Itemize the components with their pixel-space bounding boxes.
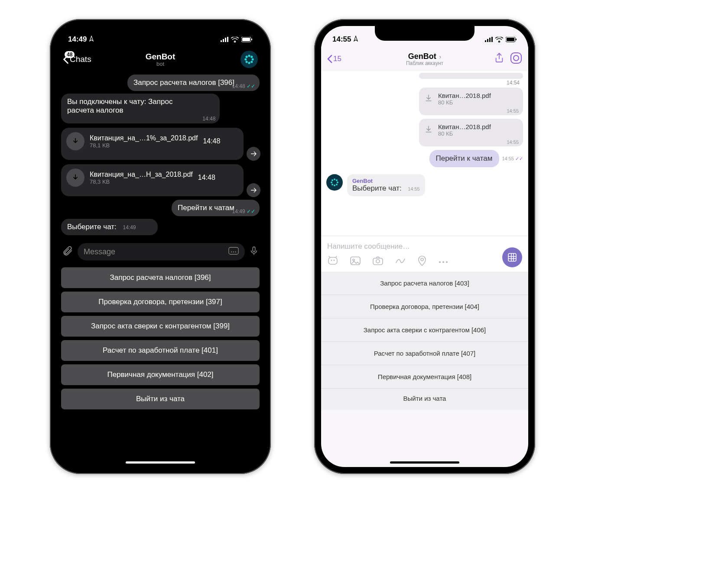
home-indicator[interactable] bbox=[390, 461, 459, 464]
file-name: Квитан…2018.pdf bbox=[438, 123, 491, 130]
message-out[interactable]: Перейти к чатам 14:49 ✓✓ bbox=[172, 200, 260, 216]
file-message[interactable]: Квитанция_на_…Н_за_2018.pdf 78,3 KB 14:4… bbox=[61, 164, 244, 196]
message-placeholder: Message bbox=[84, 247, 115, 256]
notch bbox=[110, 26, 210, 41]
chat-title[interactable]: GenBot bbox=[146, 52, 176, 62]
kb-button[interactable]: Запрос расчета налогов [396] bbox=[61, 267, 260, 288]
back-button[interactable]: 48 Chats bbox=[63, 55, 91, 64]
message-time: 14:55 bbox=[507, 108, 519, 114]
smiley-icon[interactable] bbox=[327, 255, 338, 268]
signal-icon bbox=[221, 37, 228, 42]
download-icon[interactable] bbox=[424, 125, 433, 135]
svg-point-8 bbox=[248, 62, 250, 64]
kb-button[interactable]: Проверка договора, претензии [404] bbox=[321, 295, 528, 318]
kb-button[interactable]: Запрос расчета налогов [403] bbox=[321, 272, 528, 295]
file-size: 78,1 KB bbox=[90, 142, 198, 149]
attach-icon[interactable] bbox=[62, 245, 73, 258]
message-list[interactable]: 14:54 Квитан…2018.pdf 80 КБ 14:55 Квитан… bbox=[321, 71, 528, 236]
signal-icon bbox=[485, 37, 493, 42]
file-size: 78,3 KB bbox=[90, 178, 193, 185]
message-input[interactable]: Message bbox=[78, 243, 245, 260]
more-icon[interactable] bbox=[438, 258, 448, 266]
svg-point-30 bbox=[334, 185, 335, 186]
message-in[interactable]: Вы подключены к чату: Запрос расчета нал… bbox=[61, 94, 220, 123]
svg-rect-27 bbox=[511, 53, 521, 63]
gallery-icon[interactable] bbox=[350, 256, 361, 267]
camera-icon[interactable] bbox=[372, 256, 384, 267]
svg-rect-20 bbox=[485, 40, 486, 42]
sticker-icon[interactable] bbox=[228, 247, 239, 257]
kb-button[interactable]: Проверка договора, претензии [397] bbox=[61, 292, 260, 312]
doodle-icon[interactable] bbox=[395, 256, 406, 267]
chat-subtitle: Паблик аккаунт bbox=[406, 60, 443, 66]
wifi-icon bbox=[231, 37, 239, 42]
svg-point-34 bbox=[336, 179, 338, 181]
back-button[interactable]: 15 bbox=[327, 55, 341, 63]
kb-button[interactable]: Расчет по заработной плате [401] bbox=[61, 340, 260, 361]
message-in[interactable]: GenBot Выберите чат: 14:55 bbox=[347, 174, 425, 196]
kb-button[interactable]: Выйти из чата bbox=[61, 389, 260, 409]
message-time: 14:55 ✓✓ bbox=[502, 156, 523, 162]
message-out[interactable]: Перейти к чатам bbox=[429, 150, 499, 167]
message-text: Вы подключены к чату: Запрос расчета нал… bbox=[67, 97, 172, 114]
avatar[interactable] bbox=[326, 174, 343, 191]
avatar[interactable] bbox=[240, 51, 258, 68]
back-count: 15 bbox=[333, 55, 341, 63]
file-name: Квитанция_на_…Н_за_2018.pdf bbox=[90, 171, 193, 178]
message-input[interactable]: Напишите сообщение… bbox=[327, 240, 522, 255]
message-in[interactable]: Выберите чат: 14:49 bbox=[61, 219, 158, 235]
message-time: 14:55 bbox=[408, 186, 420, 191]
svg-rect-1 bbox=[223, 39, 224, 42]
grid-button[interactable] bbox=[502, 247, 522, 267]
home-indicator[interactable] bbox=[126, 461, 195, 464]
forward-button[interactable] bbox=[247, 183, 260, 197]
svg-rect-25 bbox=[507, 38, 514, 41]
file-name: Квитанция_на_…1%_за_2018.pdf bbox=[90, 134, 198, 142]
sender-name: GenBot bbox=[352, 178, 420, 184]
message-text: Выберите чат: bbox=[67, 223, 117, 231]
message-out[interactable]: Запрос расчета налогов [396] 14:48 ✓✓ bbox=[127, 75, 260, 91]
location-icon[interactable] bbox=[417, 255, 427, 268]
message-list[interactable]: Запрос расчета налогов [396] 14:48 ✓✓ Вы… bbox=[57, 72, 264, 238]
kb-button[interactable]: Расчет по заработной плате [407] bbox=[321, 342, 528, 365]
message-text: Выберите чат: bbox=[352, 184, 402, 192]
kb-button[interactable]: Первичная документация [402] bbox=[61, 364, 260, 385]
message-text: Перейти к чатам bbox=[436, 154, 492, 162]
file-message[interactable]: Квитан…2018.pdf 80 КБ 14:55 bbox=[419, 119, 523, 146]
svg-point-39 bbox=[334, 260, 335, 261]
download-icon[interactable] bbox=[66, 132, 84, 150]
svg-rect-5 bbox=[242, 38, 250, 41]
share-icon[interactable] bbox=[494, 52, 504, 65]
file-message[interactable]: Квитанция_на_…1%_за_2018.pdf 78,1 KB 14:… bbox=[61, 128, 244, 160]
file-message[interactable]: Квитан…2018.pdf 80 КБ 14:55 bbox=[419, 88, 523, 115]
phone-viber: 14:55 15 GenBot › bbox=[314, 19, 535, 474]
mic-icon[interactable] bbox=[249, 245, 259, 258]
download-icon[interactable] bbox=[424, 94, 433, 104]
chevron-right-icon: › bbox=[438, 53, 442, 60]
kb-button[interactable]: Первичная документация [408] bbox=[321, 365, 528, 389]
svg-point-45 bbox=[439, 261, 441, 263]
kb-button[interactable]: Выйти из чата bbox=[321, 389, 528, 410]
kb-button[interactable]: Запрос акта сверки с контрагентом [406] bbox=[321, 318, 528, 342]
svg-rect-48 bbox=[508, 253, 516, 261]
svg-rect-3 bbox=[227, 37, 228, 42]
svg-point-46 bbox=[442, 261, 444, 263]
svg-point-13 bbox=[246, 61, 248, 63]
svg-point-36 bbox=[336, 184, 338, 185]
forward-button[interactable] bbox=[247, 147, 260, 161]
kb-button[interactable]: Запрос акта сверки с контрагентом [399] bbox=[61, 316, 260, 337]
battery-icon bbox=[506, 37, 517, 42]
viber-icon[interactable] bbox=[510, 52, 522, 66]
file-name: Квитан…2018.pdf bbox=[438, 92, 491, 99]
compose-bar: Message bbox=[57, 240, 264, 264]
check-icon: ✓✓ bbox=[247, 83, 255, 89]
svg-point-16 bbox=[231, 251, 232, 252]
chat-title-area[interactable]: GenBot › Паблик аккаунт bbox=[406, 52, 443, 66]
download-icon[interactable] bbox=[66, 169, 84, 187]
svg-point-41 bbox=[353, 259, 354, 261]
svg-point-17 bbox=[233, 251, 234, 252]
svg-point-7 bbox=[248, 55, 250, 57]
svg-point-12 bbox=[250, 56, 253, 58]
check-icon: ✓✓ bbox=[247, 208, 255, 214]
svg-point-18 bbox=[235, 251, 236, 252]
